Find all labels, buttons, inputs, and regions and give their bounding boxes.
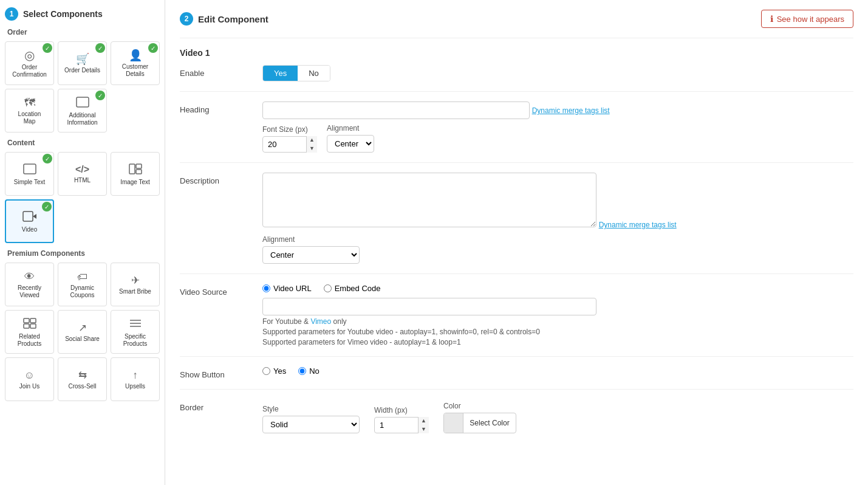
simple-text-label: Simple Text bbox=[14, 179, 46, 186]
hint-vimeo-params: Supported parameters for Vimeo video - a… bbox=[262, 338, 853, 346]
border-spin-down-button[interactable]: ▼ bbox=[419, 425, 429, 434]
border-style-label: Style bbox=[262, 405, 360, 413]
video-title: Video 1 bbox=[180, 48, 853, 58]
comp-video[interactable]: ✓ Video bbox=[5, 199, 54, 243]
alignment-label: Alignment bbox=[327, 124, 374, 132]
desc-alignment-label: Alignment bbox=[262, 235, 853, 244]
desc-alignment-field: Alignment Left Center Right bbox=[262, 235, 853, 264]
font-size-field: Font Size (px) ▲ ▼ bbox=[262, 125, 317, 153]
svg-rect-7 bbox=[24, 318, 29, 323]
comp-customer-details[interactable]: ✓ 👤 CustomerDetails bbox=[111, 41, 160, 85]
enable-no-button[interactable]: No bbox=[298, 66, 330, 81]
related-products-label: RelatedProducts bbox=[18, 333, 41, 348]
video-source-field-content: Video URL Embed Code For Youtube & Vimeo… bbox=[262, 284, 853, 346]
desc-alignment-select[interactable]: Left Center Right bbox=[262, 246, 360, 264]
upsells-icon: ↑ bbox=[132, 370, 138, 380]
description-textarea[interactable] bbox=[262, 173, 596, 227]
comp-html[interactable]: </> HTML bbox=[58, 152, 107, 196]
select-color-button[interactable]: Select Color bbox=[463, 419, 516, 427]
show-button-yes-label[interactable]: Yes bbox=[262, 366, 286, 376]
content-section-title: Content bbox=[7, 139, 160, 147]
svg-rect-1 bbox=[24, 164, 36, 174]
description-field-content: Dynamic merge tags list Alignment Left C… bbox=[262, 173, 853, 264]
check-badge: ✓ bbox=[148, 43, 158, 53]
smart-bribe-label: Smart Bribe bbox=[119, 288, 151, 295]
enable-yes-button[interactable]: Yes bbox=[263, 66, 298, 81]
html-label: HTML bbox=[74, 177, 91, 184]
enable-label: Enable bbox=[180, 69, 253, 78]
video-url-input[interactable] bbox=[262, 298, 596, 315]
right-header: 2 Edit Component ℹ See how it appears bbox=[180, 10, 853, 28]
comp-image-text[interactable]: Image Text bbox=[111, 152, 160, 196]
alignment-select[interactable]: Left Center Right bbox=[327, 135, 374, 153]
hint-youtube-params: Supported parameters for Youtube video -… bbox=[262, 328, 853, 336]
svg-rect-0 bbox=[77, 97, 89, 107]
heading-merge-tags-link[interactable]: Dynamic merge tags list bbox=[532, 106, 610, 115]
recently-viewed-icon: 👁 bbox=[24, 272, 35, 282]
svg-rect-8 bbox=[30, 318, 36, 323]
comp-order-details[interactable]: ✓ 🛒 Order Details bbox=[58, 41, 107, 85]
html-icon: </> bbox=[75, 165, 89, 174]
location-map-label: LocationMap bbox=[18, 111, 41, 125]
comp-order-confirmation[interactable]: ✓ ◎ OrderConfirmation bbox=[5, 41, 54, 85]
video-url-radio[interactable] bbox=[262, 284, 270, 292]
comp-location-map[interactable]: 🗺 LocationMap bbox=[5, 89, 54, 132]
description-merge-tags-link[interactable]: Dynamic merge tags list bbox=[599, 221, 677, 229]
border-spin-up-button[interactable]: ▲ bbox=[419, 417, 429, 425]
border-width-field: Width (px) ▲ ▼ bbox=[374, 406, 429, 433]
embed-code-radio[interactable] bbox=[324, 284, 332, 292]
show-button-yes-radio[interactable] bbox=[262, 367, 270, 375]
video-url-radio-label[interactable]: Video URL bbox=[262, 284, 312, 293]
comp-smart-bribe[interactable]: ✈ Smart Bribe bbox=[111, 263, 160, 306]
video-source-field-row: Video Source Video URL Embed Code For Yo… bbox=[180, 284, 853, 346]
enable-field-row: Enable Yes No bbox=[180, 65, 853, 81]
cross-sell-icon: ⇆ bbox=[78, 370, 87, 380]
see-how-label: See how it appears bbox=[777, 15, 844, 24]
content-components-grid: ✓ Simple Text </> HTML Image Text bbox=[5, 152, 160, 243]
show-button-field-content: Yes No bbox=[262, 366, 853, 376]
show-button-no-radio[interactable] bbox=[298, 367, 306, 375]
comp-social-share[interactable]: ↗ Social Share bbox=[58, 310, 107, 354]
embed-code-radio-text: Embed Code bbox=[335, 284, 381, 293]
show-button-yes-text: Yes bbox=[273, 366, 286, 376]
svg-rect-9 bbox=[24, 324, 29, 328]
border-color-swatch bbox=[444, 413, 463, 433]
comp-recently-viewed[interactable]: 👁 RecentlyViewed bbox=[5, 263, 54, 306]
check-badge: ✓ bbox=[95, 91, 105, 100]
order-details-icon: 🛒 bbox=[76, 53, 89, 64]
comp-join-us[interactable]: ☺ Join Us bbox=[5, 357, 54, 401]
video-icon bbox=[22, 211, 37, 224]
customer-details-icon: 👤 bbox=[129, 50, 142, 61]
check-badge: ✓ bbox=[43, 43, 52, 53]
comp-dynamic-coupons[interactable]: 🏷 DynamicCoupons bbox=[58, 263, 107, 306]
comp-specific-products[interactable]: SpecificProducts bbox=[111, 310, 160, 354]
show-button-no-text: No bbox=[309, 366, 320, 376]
video-source-label: Video Source bbox=[180, 287, 253, 297]
customer-details-label: CustomerDetails bbox=[122, 63, 148, 78]
svg-marker-6 bbox=[33, 214, 36, 219]
spin-buttons: ▲ ▼ bbox=[306, 136, 317, 153]
border-color-swatch-button[interactable]: Select Color bbox=[443, 413, 516, 433]
cross-sell-label: Cross-Sell bbox=[68, 383, 96, 390]
comp-related-products[interactable]: RelatedProducts bbox=[5, 310, 54, 354]
see-how-button[interactable]: ℹ See how it appears bbox=[761, 10, 853, 28]
comp-upsells[interactable]: ↑ Upsells bbox=[111, 357, 160, 401]
step2-circle: 2 bbox=[180, 12, 193, 26]
comp-additional-info[interactable]: ✓ AdditionalInformation bbox=[58, 89, 107, 132]
border-width-label: Width (px) bbox=[374, 406, 429, 414]
show-button-no-label[interactable]: No bbox=[298, 366, 320, 376]
border-style-select[interactable]: None Solid Dashed Dotted bbox=[262, 416, 360, 433]
video-label: Video bbox=[22, 226, 37, 233]
comp-cross-sell[interactable]: ⇆ Cross-Sell bbox=[58, 357, 107, 401]
heading-input[interactable] bbox=[262, 101, 530, 119]
svg-rect-3 bbox=[136, 164, 142, 168]
location-map-icon: 🗺 bbox=[24, 97, 35, 108]
check-badge: ✓ bbox=[95, 43, 105, 53]
border-label: Border bbox=[180, 403, 253, 412]
spin-down-button[interactable]: ▼ bbox=[307, 145, 317, 153]
embed-code-radio-label[interactable]: Embed Code bbox=[324, 284, 381, 293]
spin-up-button[interactable]: ▲ bbox=[307, 136, 317, 145]
comp-simple-text[interactable]: ✓ Simple Text bbox=[5, 152, 54, 196]
step1-label: Select Components bbox=[23, 9, 103, 19]
heading-field-content: Dynamic merge tags list Font Size (px) ▲… bbox=[262, 101, 853, 153]
